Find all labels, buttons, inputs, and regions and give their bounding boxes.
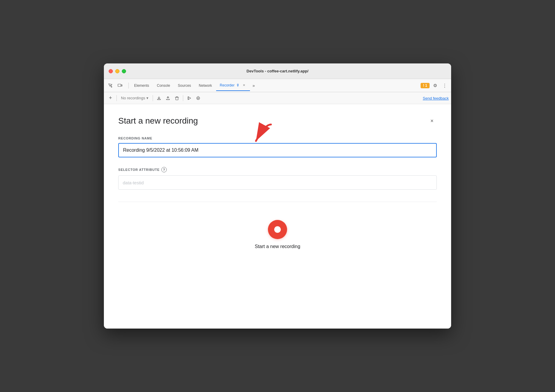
recording-name-field-group: RECORDING NAME <box>118 136 437 157</box>
inspect-icon[interactable] <box>106 81 115 90</box>
recordings-dropdown[interactable]: No recordings ▾ <box>119 94 151 102</box>
device-toolbar-icon[interactable] <box>116 81 124 90</box>
selector-attribute-input[interactable] <box>118 175 437 190</box>
tab-elements[interactable]: Elements <box>131 80 153 91</box>
issues-badge[interactable]: ! 1 <box>421 83 430 88</box>
svg-marker-3 <box>188 97 191 100</box>
start-recording-button[interactable] <box>268 220 287 239</box>
export-button[interactable] <box>155 94 163 102</box>
tabbar-right: ! 1 ⚙ ⋮ <box>421 81 449 90</box>
devtools-window: DevTools - coffee-cart.netlify.app/ Elem… <box>104 63 451 329</box>
recording-name-label: RECORDING NAME <box>118 136 437 140</box>
delete-button[interactable] <box>173 94 181 102</box>
svg-rect-0 <box>118 84 121 86</box>
tab-network[interactable]: Network <box>195 80 216 91</box>
import-button[interactable] <box>164 94 172 102</box>
toolbar-divider-3 <box>183 95 183 101</box>
start-recording-section: Start a new recording <box>118 214 437 255</box>
devtools-icons <box>106 81 124 90</box>
minimize-button[interactable] <box>115 69 119 73</box>
selector-attribute-field-group: SELECTOR ATTRIBUTE ? <box>118 167 437 190</box>
svg-rect-1 <box>121 85 122 86</box>
dialog-close-button[interactable]: × <box>427 116 437 126</box>
recording-name-input[interactable] <box>118 143 437 157</box>
tab-console[interactable]: Console <box>153 80 174 91</box>
svg-point-6 <box>198 98 199 99</box>
dropdown-chevron-icon: ▾ <box>146 96 148 100</box>
selector-help-icon[interactable]: ? <box>161 167 167 172</box>
svg-rect-2 <box>176 97 178 100</box>
tabbar: Elements Console Sources Network Recorde… <box>104 79 451 92</box>
main-content: Start a new recording × RECORDING NAME <box>104 104 451 329</box>
traffic-lights <box>109 69 126 73</box>
record-inner-circle <box>274 226 281 233</box>
send-feedback-link[interactable]: Send feedback <box>423 96 449 101</box>
close-button[interactable] <box>109 69 113 73</box>
selector-attribute-label: SELECTOR ATTRIBUTE ? <box>118 167 437 172</box>
window-title: DevTools - coffee-cart.netlify.app/ <box>247 69 309 73</box>
toolbar-right: Send feedback <box>423 95 449 101</box>
titlebar: DevTools - coffee-cart.netlify.app/ <box>104 63 451 79</box>
replay-button[interactable] <box>185 94 193 102</box>
more-tabs-button[interactable]: » <box>251 83 257 88</box>
svg-point-5 <box>197 97 200 100</box>
dialog-title: Start a new recording <box>118 116 198 126</box>
dialog-header: Start a new recording × <box>118 116 437 126</box>
more-options-icon[interactable]: ⋮ <box>440 81 449 90</box>
maximize-button[interactable] <box>122 69 126 73</box>
no-recordings-label: No recordings <box>121 96 145 100</box>
recorder-toolbar: + No recordings ▾ <box>104 92 451 104</box>
replay-settings-button[interactable] <box>194 94 202 102</box>
section-divider <box>118 202 437 202</box>
toolbar-divider-1 <box>116 95 117 101</box>
add-recording-button[interactable]: + <box>106 94 115 102</box>
toolbar-divider-2 <box>153 95 153 101</box>
recorder-tab-close[interactable]: ✕ <box>242 83 246 88</box>
settings-icon[interactable]: ⚙ <box>431 81 439 90</box>
start-recording-label: Start a new recording <box>255 244 300 249</box>
tab-recorder[interactable]: Recorder 🎙 ✕ <box>216 80 250 91</box>
tab-divider-left <box>128 83 129 89</box>
tab-sources[interactable]: Sources <box>174 80 195 91</box>
